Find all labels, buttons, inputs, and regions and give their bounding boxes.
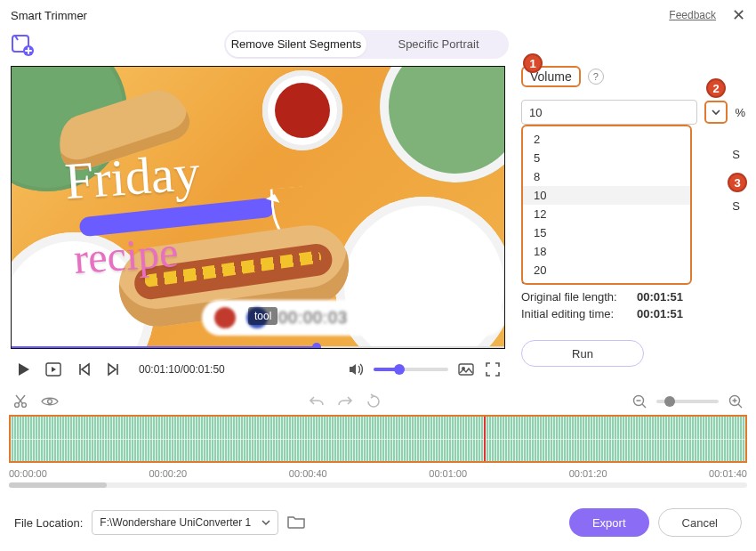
run-button[interactable]: Run — [521, 340, 644, 367]
overlay-word-2: recipe — [72, 227, 180, 283]
volume-icon[interactable] — [347, 361, 365, 378]
svg-rect-3 — [459, 364, 473, 375]
zoom-out-icon[interactable] — [631, 393, 647, 409]
threshold-option[interactable]: 8 — [523, 167, 690, 186]
timeline-scrollbar[interactable] — [9, 482, 747, 488]
tab-specific-portrait[interactable]: Specific Portrait — [368, 32, 509, 57]
file-location-select[interactable]: F:\Wondershare UniConverter 1 — [92, 510, 278, 535]
init-edit-label: Initial editing time: — [521, 307, 628, 320]
redo-icon[interactable] — [337, 393, 353, 409]
threshold-option[interactable]: 5 — [523, 149, 690, 167]
eye-icon[interactable] — [41, 393, 59, 409]
prev-frame-icon[interactable] — [75, 361, 92, 378]
volume-threshold-input[interactable]: 10 — [521, 100, 697, 125]
window-title: Smart Trimmer — [11, 9, 87, 22]
callout-2: 2 — [706, 78, 726, 98]
feedback-link[interactable]: Feedback — [669, 9, 716, 21]
export-button[interactable]: Export — [569, 508, 649, 537]
threshold-option[interactable]: 18 — [523, 242, 690, 261]
init-edit-value: 00:01:51 — [637, 307, 683, 320]
threshold-option[interactable]: 2 — [523, 130, 690, 149]
callout-1: 1 — [523, 53, 543, 73]
help-icon[interactable]: ? — [588, 69, 604, 85]
seconds-suffix-b: S — [732, 199, 740, 213]
svg-point-7 — [48, 400, 52, 404]
next-frame-icon[interactable] — [105, 361, 123, 378]
play-frame-icon[interactable] — [44, 361, 62, 378]
volume-threshold-caret[interactable] — [704, 101, 728, 124]
timeline-ruler: 00:00:00 00:00:20 00:00:40 00:01:00 00:0… — [9, 468, 747, 479]
orig-length-label: Original file length: — [521, 290, 628, 304]
tab-remove-silent[interactable]: Remove Silent Segments — [226, 32, 366, 57]
fullscreen-icon[interactable] — [484, 361, 502, 378]
close-icon[interactable]: ✕ — [732, 7, 745, 23]
playback-time: 00:01:10/00:01:50 — [139, 363, 225, 376]
video-preview[interactable]: Friday recipe 00:00:03 tool — [11, 66, 505, 349]
percent-unit: % — [735, 106, 745, 119]
chevron-down-icon — [261, 518, 270, 527]
volume-threshold-dropdown[interactable]: 2 5 8 10 12 15 18 20 — [521, 125, 692, 285]
threshold-option[interactable]: 12 — [523, 205, 690, 223]
cut-icon[interactable] — [12, 393, 28, 409]
file-location-label: File Location: — [14, 516, 83, 530]
orig-length-value: 00:01:51 — [637, 290, 683, 304]
threshold-option[interactable]: 15 — [523, 223, 690, 242]
play-icon[interactable] — [14, 361, 32, 378]
preview-seek-handle[interactable] — [312, 343, 321, 349]
zoom-in-icon[interactable] — [728, 393, 744, 409]
mode-switch: Remove Silent Segments Specific Portrait — [224, 30, 509, 59]
seconds-suffix-a: S — [732, 148, 740, 161]
add-media-icon[interactable] — [11, 33, 34, 56]
threshold-option[interactable]: 10 — [523, 186, 690, 205]
undo-icon[interactable] — [309, 393, 325, 409]
embedded-player-bar: 00:00:03 — [202, 300, 504, 336]
tool-tag: tool — [248, 307, 277, 325]
snapshot-icon[interactable] — [457, 361, 475, 378]
reset-icon[interactable] — [366, 393, 382, 409]
overlay-word-1: Friday — [63, 148, 201, 207]
threshold-option[interactable]: 20 — [523, 261, 690, 280]
cancel-button[interactable]: Cancel — [658, 508, 742, 537]
waveform-track[interactable] — [9, 415, 747, 463]
volume-slider[interactable] — [374, 368, 448, 371]
callout-3: 3 — [728, 173, 747, 192]
zoom-slider[interactable] — [656, 400, 719, 403]
open-folder-icon[interactable] — [287, 514, 305, 531]
